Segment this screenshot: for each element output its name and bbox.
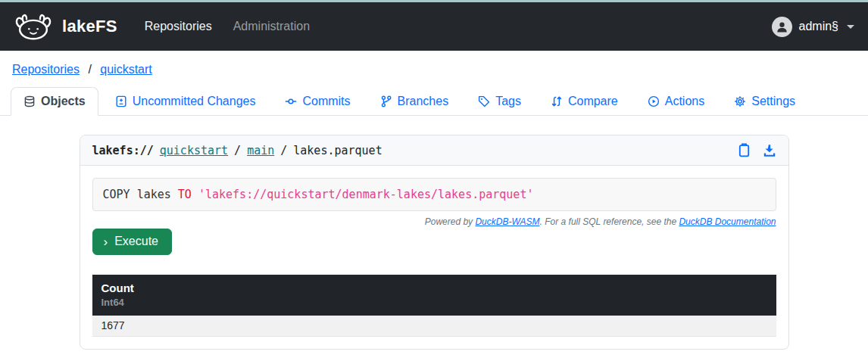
- copy-button[interactable]: [738, 143, 751, 157]
- repository-tabs: Objects Uncommitted Changes Commits Bran…: [0, 87, 868, 116]
- tab-label: Settings: [751, 95, 795, 108]
- path-separator: /: [280, 144, 287, 157]
- clipboard-copy-icon: [738, 143, 751, 157]
- execute-button[interactable]: › Execute: [92, 229, 172, 255]
- compare-icon: [551, 95, 563, 107]
- path-filename: lakes.parquet: [293, 144, 382, 157]
- tag-icon: [478, 95, 490, 107]
- play-circle-icon: [648, 95, 660, 107]
- user-name: admin§: [799, 20, 838, 33]
- navbar-links: Repositories Administration: [145, 20, 310, 33]
- branch-icon: [380, 95, 392, 107]
- tab-label: Branches: [398, 95, 449, 108]
- tab-label: Commits: [302, 95, 350, 108]
- tab-objects[interactable]: Objects: [11, 87, 98, 116]
- query-results-table: Count Int64 1677: [92, 275, 776, 337]
- count-value-cell: 1677: [92, 316, 776, 337]
- tab-actions[interactable]: Actions: [635, 87, 717, 116]
- sql-keyword: TO: [178, 188, 192, 201]
- powered-by-middle: . For a full SQL reference, see the: [540, 216, 679, 227]
- duckdb-wasm-link[interactable]: DuckDB-WASM: [475, 216, 539, 227]
- lakefs-brand[interactable]: lakeFS: [14, 11, 117, 42]
- tab-label: Actions: [665, 95, 704, 108]
- object-viewer-card: lakefs:// quickstart / main / lakes.parq…: [80, 135, 789, 350]
- sql-text: COPY lakes: [103, 188, 178, 201]
- chevron-right-icon: ›: [104, 235, 108, 248]
- results-header-row: Count Int64: [92, 275, 776, 316]
- brand-name: lakeFS: [62, 17, 117, 36]
- database-icon: [23, 95, 36, 107]
- gear-icon: [734, 95, 746, 107]
- breadcrumb-quickstart[interactable]: quickstart: [100, 63, 151, 76]
- nav-item-repositories[interactable]: Repositories: [145, 20, 212, 33]
- table-row: 1677: [92, 316, 776, 337]
- execute-label: Execute: [114, 235, 158, 248]
- tab-branches[interactable]: Branches: [367, 87, 462, 116]
- powered-by-note: Powered by DuckDB-WASM. For a full SQL r…: [92, 216, 776, 227]
- tab-label: Tags: [495, 95, 521, 108]
- path-scheme: lakefs://: [92, 144, 154, 157]
- object-path-bar: lakefs:// quickstart / main / lakes.parq…: [80, 135, 788, 166]
- download-button[interactable]: [763, 144, 776, 157]
- tab-compare[interactable]: Compare: [538, 87, 631, 116]
- column-header-count: Count Int64: [92, 275, 776, 316]
- object-path: lakefs:// quickstart / main / lakes.parq…: [92, 144, 382, 157]
- tab-label: Compare: [568, 95, 618, 108]
- column-type: Int64: [101, 297, 767, 308]
- top-navbar: lakeFS Repositories Administration admin…: [0, 2, 868, 51]
- path-separator: /: [234, 144, 241, 157]
- powered-by-prefix: Powered by: [425, 216, 476, 227]
- path-repo-link[interactable]: quickstart: [160, 144, 228, 157]
- sql-string: 'lakefs://quickstart/denmark-lakes/lakes…: [192, 188, 534, 201]
- tab-uncommitted-changes[interactable]: Uncommitted Changes: [102, 87, 269, 116]
- object-viewer-body: COPY lakes TO 'lakefs://quickstart/denma…: [80, 166, 788, 349]
- tab-label: Uncommitted Changes: [133, 95, 256, 108]
- axolotl-logo-icon: [14, 11, 53, 42]
- object-actions: [738, 143, 776, 157]
- tab-label: Objects: [41, 95, 86, 108]
- tab-content-area: lakefs:// quickstart / main / lakes.parq…: [0, 116, 868, 350]
- user-avatar: [772, 17, 792, 37]
- duckdb-docs-link[interactable]: DuckDB Documentation: [679, 216, 776, 227]
- tab-commits[interactable]: Commits: [272, 87, 363, 116]
- person-icon: [776, 20, 788, 33]
- breadcrumb-repositories[interactable]: Repositories: [12, 63, 80, 76]
- file-diff-icon: [115, 95, 127, 107]
- tab-tags[interactable]: Tags: [465, 87, 534, 116]
- commit-icon: [285, 95, 297, 107]
- chevron-down-icon: [847, 25, 854, 29]
- sql-editor[interactable]: COPY lakes TO 'lakefs://quickstart/denma…: [92, 178, 776, 211]
- download-icon: [763, 144, 776, 157]
- user-menu-dropdown[interactable]: admin§: [772, 17, 854, 37]
- breadcrumb: Repositories / quickstart: [0, 51, 868, 87]
- nav-item-administration[interactable]: Administration: [233, 20, 310, 33]
- breadcrumb-separator: /: [88, 63, 91, 76]
- tab-settings[interactable]: Settings: [721, 87, 808, 116]
- column-name: Count: [101, 282, 767, 294]
- path-branch-link[interactable]: main: [247, 144, 274, 157]
